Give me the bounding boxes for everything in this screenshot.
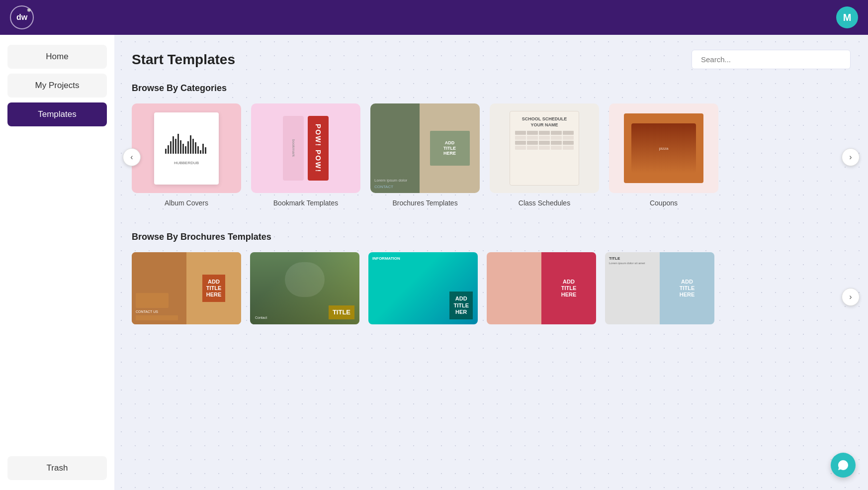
brochure-1-layout: CONTACT US ADDTITLEHERE bbox=[132, 252, 241, 324]
page-header: Start Templates bbox=[132, 50, 851, 69]
sidebar-projects-label: My Projects bbox=[35, 81, 80, 90]
schedule-grid bbox=[515, 131, 574, 150]
schedule-title-text: SCHOOL SCHEDULEYOUR NAME bbox=[515, 116, 574, 128]
bookmark-pow-text: POW! POW! bbox=[314, 124, 322, 173]
coupon-bg: pizza bbox=[609, 103, 718, 193]
sidebar-item-home[interactable]: Home bbox=[7, 45, 107, 69]
coupon-text: pizza bbox=[659, 146, 669, 151]
brochure-thumb-4[interactable]: ADDTITLEHERE bbox=[487, 252, 596, 324]
search-input[interactable] bbox=[692, 50, 851, 69]
brochure-thumb-3[interactable]: ADDTITLEHER INFORMATION bbox=[368, 252, 478, 324]
coupons-thumb: pizza bbox=[609, 103, 718, 193]
category-item-album-covers[interactable]: HUBBERDUB Album Covers bbox=[132, 103, 241, 207]
b2-photo-hint bbox=[285, 262, 325, 297]
category-bookmark-label: Bookmark Templates bbox=[273, 199, 338, 207]
bookmark-bg: bookmark POW! POW! bbox=[251, 103, 360, 193]
main-content: Start Templates Browse By Categories ‹ bbox=[114, 35, 868, 490]
b5-left: TITLE Lorem ipsum dolor sit amet bbox=[605, 252, 660, 324]
category-item-bookmark[interactable]: bookmark POW! POW! Bookmark Templates bbox=[251, 103, 360, 207]
chat-icon bbox=[837, 459, 849, 471]
b5-right: ADDTITLEHERE bbox=[660, 252, 714, 324]
brochures-carousel-next-button[interactable]: › bbox=[842, 288, 860, 306]
chat-button[interactable] bbox=[831, 453, 856, 478]
class-schedule-bg: SCHOOL SCHEDULEYOUR NAME bbox=[490, 103, 599, 193]
avatar-letter: M bbox=[843, 12, 852, 23]
svg-rect-10 bbox=[190, 135, 191, 154]
categories-section-title: Browse By Categories bbox=[132, 83, 851, 94]
categories-carousel: ‹ bbox=[132, 103, 851, 207]
class-schedules-thumb: SCHOOL SCHEDULEYOUR NAME bbox=[490, 103, 599, 193]
bookmark-red: POW! POW! bbox=[308, 116, 329, 181]
svg-rect-9 bbox=[187, 141, 189, 154]
sidebar-item-trash[interactable]: Trash bbox=[7, 456, 107, 480]
logo-text: dw bbox=[16, 13, 27, 22]
brochure-left-text: Lorem ipsum dolor bbox=[374, 178, 416, 183]
album-bg: HUBBERDUB bbox=[132, 103, 241, 193]
brochure-left-panel: Lorem ipsum dolor CONTACT bbox=[370, 103, 420, 193]
svg-rect-4 bbox=[175, 139, 176, 154]
waveform-svg bbox=[164, 131, 209, 159]
sidebar-home-label: Home bbox=[46, 52, 68, 61]
sidebar-trash-label: Trash bbox=[47, 463, 68, 473]
categories-section: Browse By Categories ‹ bbox=[132, 83, 851, 207]
category-item-brochures[interactable]: Lorem ipsum dolor CONTACT ADDTITLEHERE bbox=[370, 103, 480, 207]
app-header: dw ✱ M bbox=[0, 0, 868, 35]
b4-left bbox=[487, 252, 541, 324]
brochure-4-layout: ADDTITLEHERE bbox=[487, 252, 596, 324]
svg-rect-14 bbox=[200, 150, 201, 154]
user-avatar[interactable]: M bbox=[836, 6, 858, 28]
b4-right: ADDTITLEHERE bbox=[541, 252, 596, 324]
b2-contact: Contact bbox=[255, 316, 267, 319]
svg-rect-2 bbox=[170, 141, 172, 154]
svg-rect-0 bbox=[165, 149, 167, 154]
brochure-right-panel: ADDTITLEHERE bbox=[420, 103, 480, 193]
brochures-track: CONTACT US ADDTITLEHERE Contact bbox=[132, 252, 851, 324]
carousel-prev-button[interactable]: ‹ bbox=[123, 148, 141, 166]
b1-img bbox=[136, 293, 169, 308]
brochure-thumb-2[interactable]: Contact TITLE bbox=[250, 252, 359, 324]
logo-star: ✱ bbox=[27, 7, 31, 13]
category-coupons-label: Coupons bbox=[650, 199, 678, 207]
sidebar-item-templates[interactable]: Templates bbox=[7, 102, 107, 126]
brochure-1-right: ADDTITLEHERE bbox=[186, 252, 241, 324]
category-item-class-schedules[interactable]: SCHOOL SCHEDULEYOUR NAME bbox=[490, 103, 599, 207]
svg-rect-7 bbox=[182, 144, 184, 154]
svg-rect-11 bbox=[192, 139, 194, 154]
svg-rect-5 bbox=[177, 134, 179, 154]
b3-info-label: INFORMATION bbox=[372, 256, 400, 261]
svg-rect-8 bbox=[185, 146, 186, 154]
page-title: Start Templates bbox=[132, 52, 235, 68]
brochure-2-content: Contact TITLE bbox=[250, 305, 359, 319]
svg-rect-1 bbox=[168, 145, 169, 154]
sidebar-item-projects[interactable]: My Projects bbox=[7, 74, 107, 98]
bookmark-pink-text: bookmark bbox=[291, 139, 296, 157]
brochure-contact: CONTACT bbox=[374, 185, 416, 189]
b5-title-text: TITLE bbox=[609, 256, 656, 261]
coupon-inner: pizza bbox=[631, 123, 696, 173]
b3-title: ADDTITLEHER bbox=[449, 292, 473, 319]
categories-track: HUBBERDUB Album Covers bookmark bbox=[132, 103, 851, 207]
schedule-card: SCHOOL SCHEDULEYOUR NAME bbox=[510, 111, 579, 186]
app-logo[interactable]: dw ✱ bbox=[10, 5, 34, 29]
brochures-section: Browse By Brochures Templates CONTACT US bbox=[132, 232, 851, 324]
sidebar: Home My Projects Templates Trash bbox=[0, 35, 114, 490]
category-item-coupons[interactable]: pizza Coupons bbox=[609, 103, 718, 207]
album-inner: HUBBERDUB bbox=[154, 112, 219, 185]
carousel-next-button[interactable]: › bbox=[842, 148, 860, 166]
brochure-thumb-5[interactable]: TITLE Lorem ipsum dolor sit amet ADDTITL… bbox=[605, 252, 714, 324]
brochure-5-layout: TITLE Lorem ipsum dolor sit amet ADDTITL… bbox=[605, 252, 714, 324]
sidebar-spacer bbox=[7, 131, 107, 451]
svg-rect-13 bbox=[197, 146, 199, 154]
category-album-label: Album Covers bbox=[165, 199, 208, 207]
brochure-add-title: ADDTITLEHERE bbox=[443, 140, 456, 156]
b4-title: ADDTITLEHERE bbox=[561, 279, 577, 298]
brochure-3-content: ADDTITLEHER bbox=[368, 252, 478, 324]
coupon-card: pizza bbox=[624, 113, 703, 183]
svg-rect-12 bbox=[195, 142, 196, 154]
b5-lorem: Lorem ipsum dolor sit amet bbox=[609, 262, 656, 266]
category-brochures-label: Brochures Templates bbox=[392, 199, 457, 207]
brochures-thumb: Lorem ipsum dolor CONTACT ADDTITLEHERE bbox=[370, 103, 480, 193]
sidebar-templates-label: Templates bbox=[38, 109, 76, 119]
brochures-section-title: Browse By Brochures Templates bbox=[132, 232, 851, 242]
brochure-thumb-1[interactable]: CONTACT US ADDTITLEHERE bbox=[132, 252, 241, 324]
